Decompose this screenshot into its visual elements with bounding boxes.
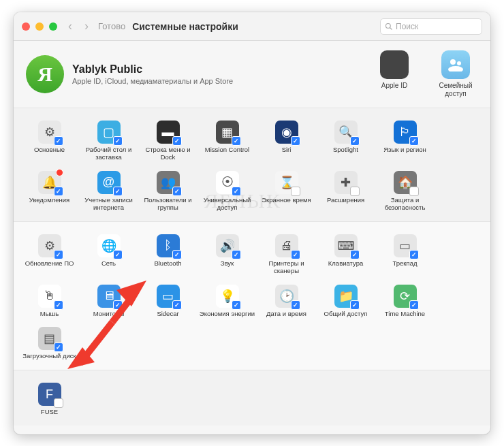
checkbox-checked-icon[interactable] <box>172 136 182 146</box>
pref-icon: ⟳ <box>394 285 417 308</box>
search-input[interactable]: Поиск <box>380 18 482 35</box>
checkbox-checked-icon[interactable] <box>291 300 300 310</box>
checkbox-checked-icon[interactable] <box>291 136 300 146</box>
pref-рабочий-стол-и-заставка[interactable]: ▢Рабочий стол и заставка <box>80 116 138 167</box>
checkbox-unchecked-icon[interactable] <box>291 187 300 196</box>
notification-badge <box>56 169 63 176</box>
pref-mission-control[interactable]: ▦Mission Control <box>198 116 256 167</box>
pref-строка-меню-и-dock[interactable]: ▬Строка меню и Dock <box>139 116 197 167</box>
section-hardware: ⚙︎Обновление ПО🌐СетьᛒBluetooth🔊Звук🖨Прин… <box>14 221 490 370</box>
pref-учетные-записи-интернета[interactable]: @Учетные записи интернета <box>80 167 138 217</box>
family-icon <box>441 50 470 79</box>
avatar[interactable]: Я <box>26 55 64 93</box>
pref-звук[interactable]: 🔊Звук <box>198 230 256 281</box>
checkbox-checked-icon[interactable] <box>113 250 123 259</box>
pref-label: Расширения <box>317 197 375 204</box>
apple-id-button[interactable]: Apple ID <box>372 50 417 98</box>
svg-point-3 <box>457 61 461 65</box>
pref-fuse[interactable]: FFUSE <box>20 379 78 421</box>
checkbox-checked-icon[interactable] <box>232 250 241 259</box>
checkbox-checked-icon[interactable] <box>113 136 123 146</box>
checkbox-checked-icon[interactable] <box>54 343 63 352</box>
checkbox-checked-icon[interactable] <box>54 136 63 146</box>
pref-label: Сеть <box>80 260 138 268</box>
family-button[interactable]: Семейный доступ <box>433 50 478 98</box>
svg-point-0 <box>386 23 391 28</box>
pref-icon: ▦ <box>216 121 239 144</box>
pref-мониторы[interactable]: 🖥Мониторы <box>80 281 138 323</box>
pref-универсальный-доступ[interactable]: ⦿Универсальный доступ <box>198 167 256 217</box>
pref-обновление-по[interactable]: ⚙︎Обновление ПО <box>20 230 78 281</box>
pref-общий-доступ[interactable]: 📁Общий доступ <box>317 281 375 323</box>
checkbox-checked-icon[interactable] <box>409 300 419 310</box>
checkbox-checked-icon[interactable] <box>291 250 300 259</box>
checkbox-checked-icon[interactable] <box>409 250 419 259</box>
pref-клавиатура[interactable]: ⌨Клавиатура <box>317 230 375 281</box>
pref-пользователи-и-группы[interactable]: 👥Пользователи и группы <box>139 167 197 217</box>
checkbox-checked-icon[interactable] <box>172 300 182 310</box>
pref-label: Защита и безопасность <box>376 197 434 212</box>
pref-label: Пользователи и группы <box>139 197 197 212</box>
pref-siri[interactable]: ◉Siri <box>257 116 315 167</box>
pref-icon: @ <box>97 171 121 194</box>
pref-язык-и-регион[interactable]: 🏳Язык и регион <box>376 116 434 167</box>
zoom-icon[interactable] <box>49 22 57 31</box>
pref-icon: 🖱 <box>38 285 61 308</box>
checkbox-checked-icon[interactable] <box>232 136 241 146</box>
minimize-icon[interactable] <box>35 22 44 31</box>
pref-icon: ✚ <box>334 171 358 194</box>
close-icon[interactable] <box>22 22 30 31</box>
pref-icon: ⌨ <box>334 234 358 257</box>
pref-bluetooth[interactable]: ᛒBluetooth <box>139 230 197 281</box>
checkbox-checked-icon[interactable] <box>113 187 123 196</box>
pref-уведомления[interactable]: 🔔Уведомления <box>20 167 78 217</box>
pref-sidecar[interactable]: ▭Sidecar <box>139 281 197 323</box>
checkbox-checked-icon[interactable] <box>172 187 182 196</box>
checkbox-checked-icon[interactable] <box>54 250 63 259</box>
checkbox-checked-icon[interactable] <box>350 300 360 310</box>
pref-мышь[interactable]: 🖱Мышь <box>20 281 78 323</box>
checkbox-checked-icon[interactable] <box>350 250 360 259</box>
checkbox-checked-icon[interactable] <box>113 300 123 310</box>
back-button[interactable]: ‹ <box>68 19 72 33</box>
checkbox-unchecked-icon[interactable] <box>350 187 360 196</box>
pref-трекпад[interactable]: ▭Трекпад <box>376 230 434 281</box>
nav-arrows: ‹ › <box>68 19 89 33</box>
pref-защита-и-безопасность[interactable]: 🏠Защита и безопасность <box>376 167 434 217</box>
checkbox-checked-icon[interactable] <box>54 187 63 196</box>
checkbox-unchecked-icon[interactable] <box>54 398 63 408</box>
pref-icon: F <box>38 383 61 406</box>
pref-расширения[interactable]: ✚Расширения <box>317 167 375 217</box>
forward-button[interactable]: › <box>84 19 89 33</box>
pref-label: Мышь <box>20 310 78 318</box>
pref-icon: 🔍 <box>334 121 358 144</box>
done-button[interactable]: Готово <box>98 21 125 31</box>
pref-дата-и-время[interactable]: 🕑Дата и время <box>257 281 315 323</box>
pref-icon: 🏳 <box>394 121 417 144</box>
checkbox-unchecked-icon[interactable] <box>409 187 419 196</box>
window-title: Системные настройки <box>132 21 238 32</box>
pref-label: Экономия энергии <box>198 310 256 318</box>
pref-icon: 🕑 <box>275 285 298 308</box>
pref-загрузочный-диск[interactable]: ▤Загрузочный диск <box>20 323 78 366</box>
svg-line-1 <box>390 27 392 29</box>
pref-icon: 🖨 <box>275 234 298 257</box>
pref-основные[interactable]: ⚙︎Основные <box>20 116 78 167</box>
pref-label: Звук <box>198 260 256 268</box>
pref-time-machine[interactable]: ⟳Time Machine <box>376 281 434 323</box>
window-controls <box>22 22 57 31</box>
checkbox-checked-icon[interactable] <box>54 300 63 310</box>
pref-icon: ▢ <box>97 121 121 144</box>
pref-сеть[interactable]: 🌐Сеть <box>80 230 138 281</box>
pref-spotlight[interactable]: 🔍Spotlight <box>317 116 375 167</box>
pref-принтеры-и-сканеры[interactable]: 🖨Принтеры и сканеры <box>257 230 315 281</box>
checkbox-checked-icon[interactable] <box>232 187 241 196</box>
checkbox-checked-icon[interactable] <box>409 136 419 146</box>
pref-экранное-время[interactable]: ⌛Экранное время <box>257 167 315 217</box>
checkbox-checked-icon[interactable] <box>232 300 241 310</box>
checkbox-checked-icon[interactable] <box>172 250 182 259</box>
pref-экономия-энергии[interactable]: 💡Экономия энергии <box>198 281 256 323</box>
pref-icon: 📁 <box>334 285 358 308</box>
checkbox-checked-icon[interactable] <box>350 136 360 146</box>
account-text[interactable]: Yablyk Public Apple ID, iCloud, медиамат… <box>72 63 372 85</box>
